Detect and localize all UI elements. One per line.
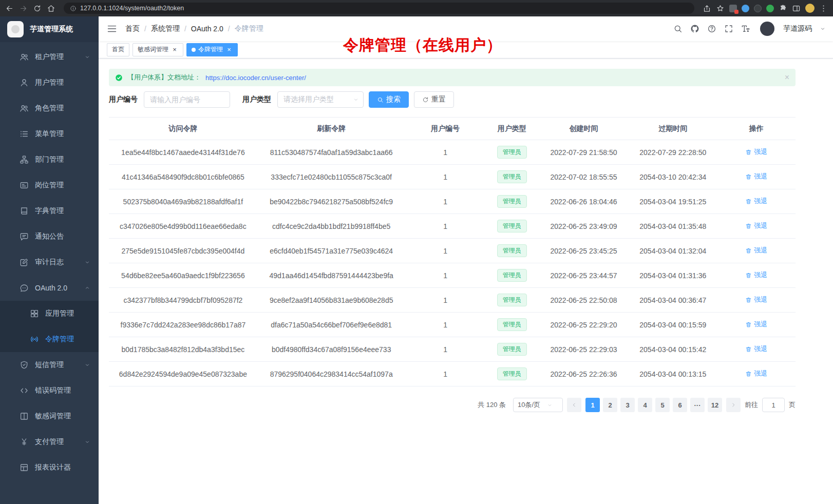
sidebar-item-0[interactable]: 租户管理 — [0, 44, 99, 70]
breadcrumb-item[interactable]: 系统管理 — [151, 24, 180, 33]
sidebar-item-7[interactable]: 通知公告 — [0, 224, 99, 249]
create-time-cell: 2022-06-25 23:45:25 — [539, 239, 629, 263]
page-button-2[interactable]: 2 — [603, 398, 617, 412]
chevron-left-icon — [571, 402, 577, 408]
sidebar-item-9[interactable]: OAuth 2.0 — [0, 275, 99, 301]
sidebar-item-3[interactable]: 菜单管理 — [0, 121, 99, 147]
tab-label: 令牌管理 — [198, 45, 223, 54]
column-header: 用户类型 — [485, 118, 539, 140]
split-view-icon[interactable] — [792, 4, 801, 13]
prev-page-button[interactable] — [567, 398, 581, 412]
sidebar-item-12[interactable]: 短信管理 — [0, 352, 99, 378]
doc-link[interactable]: https://doc.iocoder.cn/user-center/ — [205, 74, 306, 82]
sidebar-item-13[interactable]: 错误码管理 — [0, 378, 99, 403]
sidebar-item-5[interactable]: 岗位管理 — [0, 172, 99, 198]
user-id-input[interactable] — [144, 91, 230, 108]
extension-blue-icon[interactable] — [742, 5, 749, 12]
column-header: 操作 — [717, 118, 796, 140]
reset-button[interactable]: 重置 — [414, 91, 454, 108]
close-icon[interactable]: × — [225, 46, 233, 53]
user-avatar[interactable] — [760, 22, 774, 36]
force-logout-button[interactable]: 强退 — [745, 320, 767, 329]
sidebar-item-11[interactable]: 令牌管理 — [0, 326, 99, 352]
sidebar-item-label: 报表设计器 — [35, 463, 71, 472]
expire-time-cell: 2054-03-04 00:15:42 — [629, 337, 717, 362]
force-logout-button[interactable]: 强退 — [745, 344, 767, 354]
page-button-3[interactable]: 3 — [620, 398, 635, 412]
github-icon[interactable] — [690, 24, 699, 33]
sidebar-collapse-icon[interactable] — [107, 24, 117, 34]
app-logo-row[interactable]: 芋道管理系统 — [0, 16, 99, 42]
page-button-6[interactable]: 6 — [673, 398, 687, 412]
sidebar-item-8[interactable]: 审计日志 — [0, 249, 99, 275]
force-logout-button[interactable]: 强退 — [745, 197, 767, 206]
page-button-1[interactable]: 1 — [585, 398, 600, 412]
sidebar-item-15[interactable]: 支付管理 — [0, 429, 99, 455]
goto-label: 前往 — [745, 400, 758, 410]
fullscreen-icon[interactable] — [724, 24, 733, 33]
force-logout-button[interactable]: 强退 — [745, 270, 767, 280]
success-check-icon — [115, 74, 123, 82]
page-button-12[interactable]: 12 — [708, 398, 722, 412]
force-logout-button[interactable]: 强退 — [745, 369, 767, 378]
sidebar-item-4[interactable]: 部门管理 — [0, 147, 99, 172]
user-type-badge: 管理员 — [497, 318, 527, 331]
tab-0[interactable]: 首页 — [107, 43, 129, 56]
bookmark-star-icon[interactable] — [716, 4, 725, 13]
help-icon[interactable] — [707, 24, 716, 33]
breadcrumb-item[interactable]: 首页 — [125, 24, 140, 33]
page-size-select[interactable]: 10条/页 — [513, 398, 563, 412]
force-logout-button[interactable]: 强退 — [745, 147, 767, 157]
sidebar-item-14[interactable]: 敏感词管理 — [0, 403, 99, 429]
alert-close-icon[interactable]: × — [785, 73, 789, 82]
sidebar-item-2[interactable]: 角色管理 — [0, 95, 99, 121]
user-type-badge: 管理员 — [497, 220, 527, 232]
chevron-down-icon[interactable] — [820, 26, 826, 32]
tab-1[interactable]: 敏感词管理× — [132, 43, 183, 56]
url-text: 127.0.0.1:1024/system/oauth2/token — [80, 5, 184, 12]
tab-2[interactable]: 令牌管理× — [186, 43, 238, 56]
share-icon[interactable] — [703, 4, 711, 13]
sidebar-item-10[interactable]: 应用管理 — [0, 301, 99, 326]
sidebar-item-label: 支付管理 — [35, 437, 64, 447]
main-area: 首页/系统管理/OAuth 2.0/令牌管理 芋道源码 首页敏感词管理×令牌管理… — [99, 16, 833, 504]
goto-page-input[interactable] — [762, 398, 785, 412]
chevron-down-icon — [84, 54, 90, 60]
access-token-cell: 275e5de9151045fe87cbdc395e004f4d — [109, 239, 257, 263]
search-icon[interactable] — [673, 24, 683, 33]
browser-home-icon[interactable] — [47, 4, 55, 13]
extensions-puzzle-icon[interactable] — [779, 4, 787, 13]
sidebar-item-16[interactable]: 报表设计器 — [0, 455, 99, 480]
user-type-select[interactable]: 请选择用户类型 — [277, 91, 364, 108]
force-logout-button[interactable]: 强退 — [745, 221, 767, 230]
page-button-4[interactable]: 4 — [638, 398, 652, 412]
browser-profile-avatar[interactable] — [805, 4, 815, 13]
extension-badged-icon[interactable] — [729, 5, 737, 12]
site-info-icon[interactable] — [70, 5, 77, 12]
browser-back-icon[interactable] — [5, 4, 14, 13]
tab-label: 首页 — [112, 45, 124, 54]
sidebar-item-1[interactable]: 用户管理 — [0, 70, 99, 95]
address-bar[interactable]: 127.0.0.1:1024/system/oauth2/token — [64, 3, 694, 14]
extension-green-icon[interactable] — [766, 5, 774, 12]
sidebar-item-6[interactable]: 字典管理 — [0, 198, 99, 224]
font-size-icon[interactable] — [741, 24, 750, 33]
next-page-button[interactable] — [726, 398, 741, 412]
search-button[interactable]: 搜索 — [369, 91, 409, 108]
browser-forward-icon[interactable] — [19, 4, 28, 13]
page-button-5[interactable]: 5 — [655, 398, 670, 412]
force-logout-button[interactable]: 强退 — [745, 295, 767, 304]
force-logout-button[interactable]: 强退 — [745, 246, 767, 255]
close-icon[interactable]: × — [171, 46, 178, 53]
more-pages-button[interactable]: ··· — [690, 398, 705, 412]
create-time-cell: 2022-06-25 22:29:20 — [539, 313, 629, 337]
breadcrumb-item[interactable]: OAuth 2.0 — [191, 25, 223, 33]
extension-dark-icon[interactable] — [754, 5, 762, 12]
force-logout-button[interactable]: 强退 — [745, 172, 767, 181]
table-header-row: 访问令牌刷新令牌用户编号用户类型创建时间过期时间操作 — [109, 118, 796, 140]
refresh-token-cell: cdfc4ce9c2da4bb1bdf21b9918ff4be5 — [257, 214, 406, 239]
browser-reload-icon[interactable] — [33, 4, 42, 13]
browser-menu-icon[interactable] — [819, 4, 828, 13]
table-row: b0d1785bc3a8482f812db4a3f3bd15ecb0df4980… — [109, 337, 796, 362]
sidebar-item-label: 用户管理 — [35, 78, 64, 87]
